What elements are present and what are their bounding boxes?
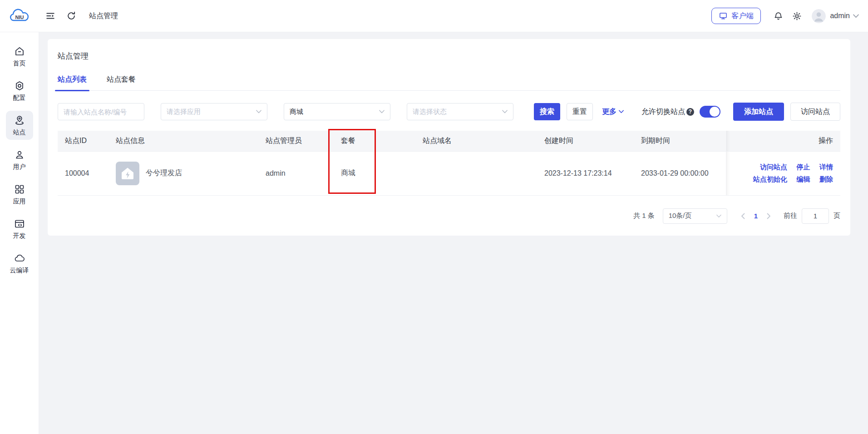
notifications-bell-icon[interactable] <box>774 11 783 21</box>
visit-site-link[interactable]: 访问站点 <box>760 163 787 171</box>
sidebar-item-user[interactable]: 用户 <box>6 145 33 174</box>
table-row: 100004 兮兮理发店 <box>58 151 840 195</box>
edit-link[interactable]: 编辑 <box>797 175 810 183</box>
sidebar-item-apps[interactable]: 应用 <box>6 180 33 209</box>
page-unit-label: 页 <box>833 212 840 220</box>
goto-label: 前往 <box>784 212 797 220</box>
help-icon[interactable]: ? <box>686 108 694 116</box>
current-page[interactable]: 1 <box>754 212 758 220</box>
site-table: 站点ID 站点信息 站点管理员 套餐 站点域名 创建时间 到期时间 操作 100… <box>58 131 840 196</box>
tab-site-list[interactable]: 站点列表 <box>58 75 87 90</box>
chevron-down-icon <box>502 110 508 113</box>
topbar-page-title: 站点管理 <box>89 11 118 21</box>
pagination: 共 1 条 10条/页 1 前往 页 <box>58 208 840 224</box>
visit-site-button[interactable]: 访问站点 <box>790 103 840 121</box>
topbar: NIU 站点管理 客户端 <box>0 0 868 32</box>
chevron-down-icon <box>256 110 261 113</box>
col-actions: 操作 <box>726 131 840 151</box>
search-button[interactable]: 搜索 <box>534 103 560 120</box>
sidebar-item-home[interactable]: 首页 <box>6 42 33 71</box>
cell-site-info: 兮兮理发店 <box>108 151 258 195</box>
col-site-id: 站点ID <box>58 131 108 151</box>
sidebar: 首页 配置 站点 用户 应用 <box>0 32 39 434</box>
allow-switch-toggle[interactable] <box>700 106 720 118</box>
col-created: 创建时间 <box>537 131 634 151</box>
col-expires: 到期时间 <box>634 131 726 151</box>
cell-actions: 访问站点 停止 详情 站点初始化 编辑 删除 <box>726 151 840 195</box>
delete-link[interactable]: 删除 <box>819 175 833 183</box>
package-select[interactable]: 商城 <box>284 103 390 120</box>
table-header-row: 站点ID 站点信息 站点管理员 套餐 站点域名 创建时间 到期时间 操作 <box>58 131 840 151</box>
monitor-icon <box>719 12 727 20</box>
reset-button[interactable]: 重置 <box>567 103 593 120</box>
sidebar-item-config[interactable]: 配置 <box>6 76 33 105</box>
apps-icon <box>14 184 25 195</box>
sidebar-item-cloud-build[interactable]: 云编译 <box>6 249 33 278</box>
svg-text:NIU: NIU <box>15 15 24 20</box>
settings-gear-icon[interactable] <box>792 11 802 21</box>
app-select[interactable]: 请选择应用 <box>161 103 267 120</box>
tab-bar: 站点列表 站点套餐 <box>58 75 840 91</box>
prev-page-icon[interactable] <box>741 213 745 219</box>
col-package: 套餐 <box>334 131 415 151</box>
status-select[interactable]: 请选择状态 <box>407 103 513 120</box>
collapse-menu-icon[interactable] <box>45 11 55 21</box>
page-size-select[interactable]: 10条/页 <box>663 208 727 224</box>
detail-link[interactable]: 详情 <box>819 163 833 171</box>
init-site-link[interactable]: 站点初始化 <box>753 175 787 183</box>
goto-page-input[interactable] <box>802 208 829 224</box>
site-table-wrap: 站点ID 站点信息 站点管理员 套餐 站点域名 创建时间 到期时间 操作 100… <box>58 131 840 196</box>
config-icon <box>14 80 25 91</box>
sidebar-item-dev[interactable]: 开发 <box>6 214 33 243</box>
cell-site-id: 100004 <box>58 151 108 195</box>
cell-created: 2023-12-13 17:23:14 <box>537 151 634 195</box>
site-name-input[interactable] <box>58 103 144 120</box>
dev-icon <box>14 218 25 229</box>
add-site-button[interactable]: 添加站点 <box>733 103 784 121</box>
col-site-info: 站点信息 <box>108 131 258 151</box>
main-content: 站点管理 站点列表 站点套餐 请选择应用 商城 请选择状态 <box>39 32 868 434</box>
app-logo[interactable]: NIU <box>0 9 39 23</box>
user-icon <box>14 149 25 160</box>
site-pin-icon <box>14 115 25 126</box>
site-name: 兮兮理发店 <box>146 168 182 178</box>
cell-package: 商城 <box>334 151 415 195</box>
stop-site-link[interactable]: 停止 <box>797 163 810 171</box>
page-title: 站点管理 <box>58 51 840 61</box>
cloud-icon <box>14 253 25 264</box>
site-management-card: 站点管理 站点列表 站点套餐 请选择应用 商城 请选择状态 <box>48 39 850 236</box>
chevron-down-icon <box>379 110 385 113</box>
cell-domain <box>415 151 537 195</box>
allow-switch-label: 允许切换站点 <box>641 107 685 117</box>
tab-site-package[interactable]: 站点套餐 <box>107 75 136 90</box>
username-label[interactable]: admin <box>830 12 850 20</box>
next-page-icon[interactable] <box>767 213 771 219</box>
cell-site-admin: admin <box>258 151 334 195</box>
cloud-logo-icon: NIU <box>9 9 30 23</box>
chevron-down-icon[interactable] <box>853 14 859 18</box>
more-button[interactable]: 更多 <box>602 107 624 117</box>
user-avatar[interactable] <box>812 9 826 23</box>
refresh-icon[interactable] <box>66 11 76 21</box>
client-button[interactable]: 客户端 <box>711 8 761 24</box>
chevron-down-icon <box>619 110 624 113</box>
sidebar-item-site[interactable]: 站点 <box>6 111 33 140</box>
chevron-down-icon <box>716 214 721 218</box>
col-site-admin: 站点管理员 <box>258 131 334 151</box>
filter-bar: 请选择应用 商城 请选择状态 搜索 重置 更多 <box>58 103 840 121</box>
col-domain: 站点域名 <box>415 131 537 151</box>
total-count-label: 共 1 条 <box>633 212 655 220</box>
site-logo-icon <box>116 162 139 185</box>
home-icon <box>14 46 25 57</box>
cell-expires: 2033-01-29 00:00:00 <box>634 151 726 195</box>
